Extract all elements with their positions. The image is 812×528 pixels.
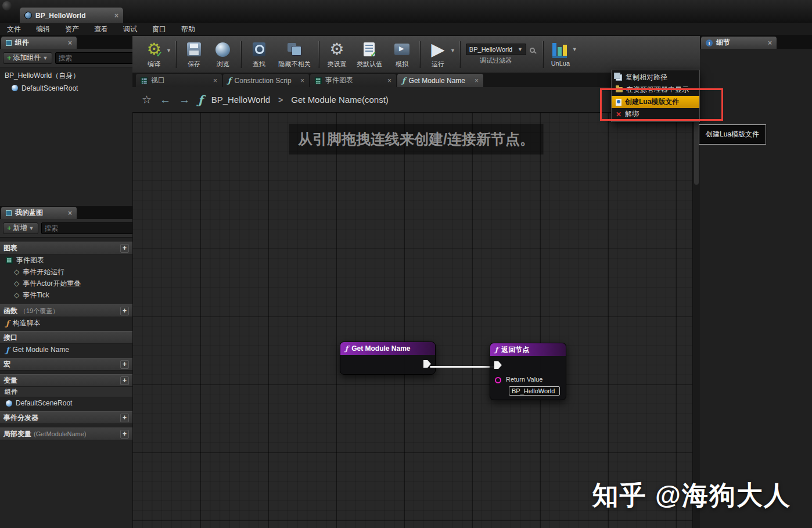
- myblueprint-search-input[interactable]: [45, 224, 135, 232]
- graph-icon: [315, 77, 322, 84]
- tab-event-graph[interactable]: 事件图表 ×: [310, 74, 396, 87]
- hide-unrelated-button[interactable]: 隐藏不相关: [274, 38, 315, 71]
- chevron-down-icon: ▼: [29, 225, 34, 231]
- details-panel: i 细节 ×: [700, 36, 812, 528]
- close-icon[interactable]: ×: [387, 77, 391, 85]
- tab-viewport[interactable]: 视口 ×: [136, 74, 222, 87]
- menu-help[interactable]: 帮助: [181, 24, 195, 34]
- node-header[interactable]: ƒ Get Module Name: [340, 342, 435, 355]
- subsection-components-label: 组件: [5, 387, 17, 396]
- add-macro-button[interactable]: +: [120, 360, 129, 369]
- favorite-star-icon[interactable]: ☆: [142, 93, 152, 106]
- unlua-dropdown-menu: 复制相对路径 在资源管理器中显示 创建Lua模版文件 ✕ 解绑: [611, 70, 700, 122]
- section-macros[interactable]: 宏 +: [0, 358, 132, 371]
- find-button[interactable]: 查找: [245, 38, 274, 71]
- graph-vertical-scrollbar[interactable]: [692, 113, 700, 528]
- add-dispatcher-button[interactable]: +: [120, 414, 129, 422]
- tree-row-scene-root[interactable]: DefaultSceneRoot: [0, 82, 132, 94]
- menu-window[interactable]: 窗口: [152, 24, 166, 34]
- string-input-pin[interactable]: [495, 377, 501, 383]
- section-dispatchers[interactable]: 事件分发器 +: [0, 411, 132, 424]
- row-default-scene-root[interactable]: DefaultSceneRoot: [0, 397, 132, 409]
- forward-arrow-icon[interactable]: →: [179, 94, 190, 106]
- blueprint-graph-canvas[interactable]: 从引脚拖拽连线来创建/连接新节点。 ƒ Get Module Name ƒ 返回…: [132, 113, 700, 528]
- menu-file[interactable]: 文件: [7, 24, 21, 34]
- node-get-module-name[interactable]: ƒ Get Module Name: [340, 342, 436, 375]
- save-button[interactable]: 保存: [179, 38, 209, 71]
- back-arrow-icon[interactable]: ←: [160, 94, 171, 106]
- chevron-down-icon[interactable]: ▼: [166, 48, 171, 53]
- scrollbar-handle[interactable]: [694, 115, 699, 185]
- menu-debug[interactable]: 调试: [123, 24, 137, 34]
- row-event-overlap[interactable]: ◇ 事件Actor开始重叠: [0, 278, 132, 289]
- chevron-down-icon[interactable]: ▼: [450, 48, 455, 53]
- menu-item-create-lua-template[interactable]: 创建Lua模版文件: [612, 96, 699, 108]
- window-asset-tab[interactable]: BP_HelloWorld ×: [20, 8, 123, 23]
- myblueprint-list: 图表 + 事件图表 ◇ 事件开始运行 ◇ 事件Actor开始重叠 ◇ 事件Tic…: [0, 238, 132, 528]
- menu-item-unbind[interactable]: ✕ 解绑: [612, 108, 699, 120]
- close-icon[interactable]: ×: [300, 77, 304, 85]
- add-local-variable-button[interactable]: +: [120, 430, 129, 439]
- myblueprint-search[interactable]: [41, 222, 146, 234]
- close-icon[interactable]: ×: [114, 12, 118, 19]
- menu-asset[interactable]: 资产: [65, 24, 79, 34]
- class-defaults-button[interactable]: 类默认值: [351, 38, 387, 71]
- close-icon[interactable]: ×: [213, 77, 217, 85]
- row-event-tick[interactable]: ◇ 事件Tick: [0, 289, 132, 301]
- node-header[interactable]: ƒ 返回节点: [490, 343, 566, 356]
- simulate-button[interactable]: 模拟: [387, 38, 416, 71]
- tree-row-self[interactable]: BP_HelloWorld（自身）: [0, 70, 132, 82]
- menu-edit[interactable]: 编辑: [36, 24, 50, 34]
- row-get-module-name[interactable]: ƒ Get Module Name: [0, 344, 132, 355]
- save-label: 保存: [188, 60, 200, 69]
- function-icon: ƒ: [6, 346, 9, 354]
- details-panel-tab[interactable]: i 细节 ×: [701, 37, 777, 49]
- breadcrumb-root[interactable]: BP_HelloWorld: [211, 95, 270, 105]
- add-graph-button[interactable]: +: [120, 244, 129, 253]
- exec-input-pin[interactable]: [494, 361, 502, 369]
- close-icon[interactable]: ×: [768, 39, 772, 46]
- section-graphs[interactable]: 图表 +: [0, 242, 132, 254]
- chevron-down-icon[interactable]: ▼: [572, 46, 577, 52]
- debug-search-icon[interactable]: [530, 48, 535, 53]
- compile-button[interactable]: ⚙ ✓ 编译: [139, 38, 168, 71]
- play-button[interactable]: ▶ 运行: [423, 38, 452, 71]
- tab-get-module-name[interactable]: ƒ Get Module Name ×: [397, 74, 483, 87]
- toolbar-separator: [175, 41, 177, 68]
- section-functions[interactable]: 函数 （19个覆盖） +: [0, 304, 132, 317]
- add-new-button[interactable]: + 新增 ▼: [3, 222, 38, 234]
- add-component-button[interactable]: + 添加组件 ▼: [3, 52, 52, 64]
- menu-item-label: 解绑: [625, 109, 639, 119]
- section-local-variables[interactable]: 局部变量 (GetModuleName) +: [0, 428, 132, 440]
- myblueprint-panel-tab[interactable]: 我的蓝图 ×: [1, 207, 77, 219]
- breadcrumb-current[interactable]: Get Module Name(const): [291, 95, 389, 105]
- debug-filter-group: BP_HelloWorld ▼ 调试过滤器: [466, 44, 526, 65]
- add-function-button[interactable]: +: [120, 307, 129, 315]
- close-icon[interactable]: ×: [68, 210, 72, 217]
- row-event-beginplay[interactable]: ◇ 事件开始运行: [0, 266, 132, 278]
- event-icon: ◇: [14, 268, 19, 275]
- return-value-input[interactable]: [509, 386, 560, 396]
- add-variable-button[interactable]: +: [120, 376, 129, 385]
- class-settings-button[interactable]: ⚙ 类设置: [322, 38, 351, 71]
- event-beginplay-label: 事件开始运行: [23, 267, 64, 277]
- browse-button[interactable]: 浏览: [209, 38, 238, 71]
- close-icon[interactable]: ×: [475, 77, 479, 85]
- plus-icon: +: [7, 224, 12, 232]
- components-panel-tab[interactable]: 组件 ×: [1, 37, 77, 49]
- close-icon[interactable]: ×: [68, 39, 72, 46]
- row-construction-script[interactable]: ƒ 构造脚本: [0, 317, 132, 329]
- menu-item-copy-relative-path[interactable]: 复制相对路径: [612, 71, 699, 84]
- graph-icon: [6, 257, 13, 264]
- subsection-components[interactable]: 组件: [0, 387, 132, 397]
- node-return[interactable]: ƒ 返回节点 Return Value: [490, 343, 566, 400]
- tab-construction-script[interactable]: ƒ Construction Scrip ×: [223, 74, 309, 87]
- unlua-button[interactable]: UnLua: [547, 42, 574, 67]
- section-variables[interactable]: 变量 +: [0, 374, 132, 387]
- row-event-graph[interactable]: 事件图表: [0, 254, 132, 266]
- menu-view[interactable]: 查看: [94, 24, 108, 34]
- menu-item-show-in-explorer[interactable]: 在资源管理器中显示: [612, 84, 699, 96]
- section-interfaces[interactable]: 接口: [0, 331, 132, 344]
- function-icon: ƒ: [402, 77, 405, 84]
- debug-object-select[interactable]: BP_HelloWorld ▼: [466, 44, 526, 55]
